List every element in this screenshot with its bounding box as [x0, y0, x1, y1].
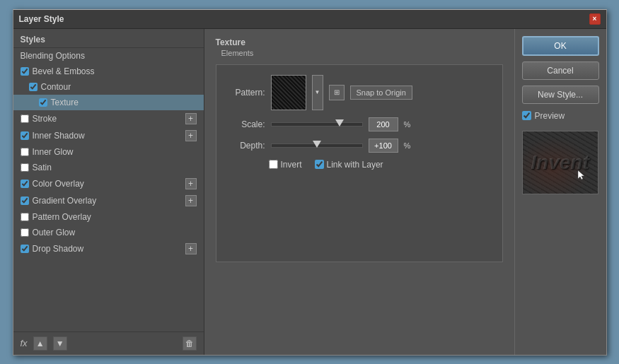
sidebar-item-bevel-emboss[interactable]: Bevel & Emboss — [13, 64, 204, 79]
texture-label: Texture — [51, 98, 79, 107]
depth-slider-thumb[interactable] — [313, 141, 321, 148]
contour-checkbox[interactable] — [29, 83, 37, 91]
invert-label[interactable]: Invert — [269, 160, 302, 170]
move-down-button[interactable]: ▼ — [53, 336, 67, 351]
right-panel: OK Cancel New Style... Preview Invent — [514, 29, 606, 355]
new-style-button[interactable]: New Style... — [522, 86, 599, 104]
texture-content-box: Pattern: ▼ ⊞ Snap to Origin Scale: % — [216, 64, 503, 262]
stroke-label: Stroke — [33, 114, 57, 124]
title-bar: Layer Style × — [13, 10, 606, 29]
inner-glow-checkbox[interactable] — [21, 148, 29, 156]
section-subtitle: Elements — [216, 49, 503, 57]
satin-checkbox[interactable] — [21, 163, 29, 172]
pattern-preview[interactable] — [271, 75, 306, 110]
delete-button[interactable]: 🗑 — [183, 336, 197, 351]
bevel-emboss-checkbox[interactable] — [21, 67, 29, 76]
styles-header: Styles — [13, 29, 204, 48]
inner-shadow-checkbox[interactable] — [21, 131, 29, 140]
link-with-layer-checkbox[interactable] — [315, 160, 324, 169]
depth-value-input[interactable] — [369, 139, 398, 153]
sidebar-item-color-overlay[interactable]: Color Overlay + — [13, 175, 204, 192]
texture-checkbox[interactable] — [39, 98, 47, 107]
pattern-dropdown-arrow[interactable]: ▼ — [312, 75, 323, 110]
pattern-row: Pattern: ▼ ⊞ Snap to Origin — [226, 75, 492, 110]
section-title: Texture — [216, 37, 503, 47]
inner-shadow-label: Inner Shadow — [33, 131, 85, 141]
invert-checkbox[interactable] — [269, 160, 278, 169]
gradient-overlay-label: Gradient Overlay — [33, 196, 97, 206]
bevel-emboss-label: Bevel & Emboss — [33, 66, 95, 76]
stroke-plus-btn[interactable]: + — [185, 113, 197, 124]
dialog-body: Styles Blending Options Bevel & Emboss C… — [13, 29, 606, 355]
sidebar-item-contour[interactable]: Contour — [13, 79, 204, 95]
drop-shadow-checkbox[interactable] — [21, 245, 29, 253]
sidebar-item-gradient-overlay[interactable]: Gradient Overlay + — [13, 192, 204, 209]
checkboxes-row: Invert Link with Layer — [226, 160, 492, 170]
fx-label: fx — [21, 338, 28, 348]
color-overlay-checkbox[interactable] — [21, 180, 29, 188]
sidebar-item-outer-glow[interactable]: Outer Glow — [13, 225, 204, 240]
preview-checkbox[interactable] — [522, 111, 531, 120]
dialog-title: Layer Style — [19, 14, 64, 24]
depth-slider-container — [271, 143, 363, 148]
depth-slider-track[interactable] — [271, 143, 363, 148]
preview-thumbnail: Invent — [522, 131, 598, 194]
gradient-overlay-plus-btn[interactable]: + — [185, 195, 197, 206]
sidebar-item-drop-shadow[interactable]: Drop Shadow + — [13, 240, 204, 257]
pattern-options-icon[interactable]: ⊞ — [329, 85, 345, 100]
preview-content: Invent — [523, 131, 598, 194]
sidebar-item-inner-shadow[interactable]: Inner Shadow + — [13, 127, 204, 144]
inner-shadow-plus-btn[interactable]: + — [185, 130, 197, 141]
left-panel: Styles Blending Options Bevel & Emboss C… — [13, 29, 204, 355]
cursor-icon — [577, 170, 585, 181]
sidebar-item-texture[interactable]: Texture — [13, 95, 204, 110]
snap-to-origin-button[interactable]: Snap to Origin — [350, 86, 412, 100]
blending-options-label: Blending Options — [21, 51, 85, 61]
sidebar-item-satin[interactable]: Satin — [13, 160, 204, 175]
ok-button[interactable]: OK — [522, 36, 599, 56]
sidebar-item-blending-options[interactable]: Blending Options — [13, 48, 204, 64]
scale-slider-thumb[interactable] — [335, 119, 344, 127]
move-up-button[interactable]: ▲ — [33, 336, 47, 351]
satin-label: Satin — [33, 163, 52, 172]
sidebar-item-stroke[interactable]: Stroke + — [13, 110, 204, 127]
drop-shadow-label: Drop Shadow — [33, 244, 84, 254]
depth-label: Depth: — [226, 141, 265, 151]
outer-glow-label: Outer Glow — [33, 228, 76, 237]
gradient-overlay-checkbox[interactable] — [21, 196, 29, 205]
close-button[interactable]: × — [589, 13, 601, 25]
contour-label: Contour — [41, 82, 71, 92]
scale-row: Scale: % — [226, 117, 492, 131]
center-panel: Texture Elements Pattern: ▼ ⊞ Snap to Or… — [204, 29, 514, 355]
sidebar-item-pattern-overlay[interactable]: Pattern Overlay — [13, 209, 204, 225]
pattern-overlay-label: Pattern Overlay — [33, 212, 91, 222]
outer-glow-checkbox[interactable] — [21, 228, 29, 237]
stroke-checkbox[interactable] — [21, 115, 29, 123]
scale-slider-track[interactable] — [271, 122, 363, 127]
pattern-label: Pattern: — [226, 88, 265, 98]
scale-unit: % — [404, 120, 411, 129]
cancel-button[interactable]: Cancel — [522, 61, 599, 80]
pattern-overlay-checkbox[interactable] — [21, 213, 29, 221]
preview-checkbox-label[interactable]: Preview — [522, 110, 599, 122]
preview-label: Preview — [535, 111, 565, 121]
left-panel-footer: fx ▲ ▼ 🗑 — [13, 331, 204, 355]
color-overlay-label: Color Overlay — [33, 179, 84, 189]
depth-row: Depth: % — [226, 139, 492, 153]
depth-unit: % — [404, 141, 411, 150]
layer-style-dialog: Layer Style × Styles Blending Options Be… — [13, 9, 607, 356]
link-with-layer-label[interactable]: Link with Layer — [315, 160, 383, 170]
inner-glow-label: Inner Glow — [33, 147, 74, 157]
sidebar-item-inner-glow[interactable]: Inner Glow — [13, 144, 204, 160]
scale-value-input[interactable] — [369, 117, 398, 131]
color-overlay-plus-btn[interactable]: + — [185, 178, 197, 189]
scale-label: Scale: — [226, 119, 265, 129]
drop-shadow-plus-btn[interactable]: + — [185, 243, 197, 254]
scale-slider-container — [271, 122, 363, 127]
